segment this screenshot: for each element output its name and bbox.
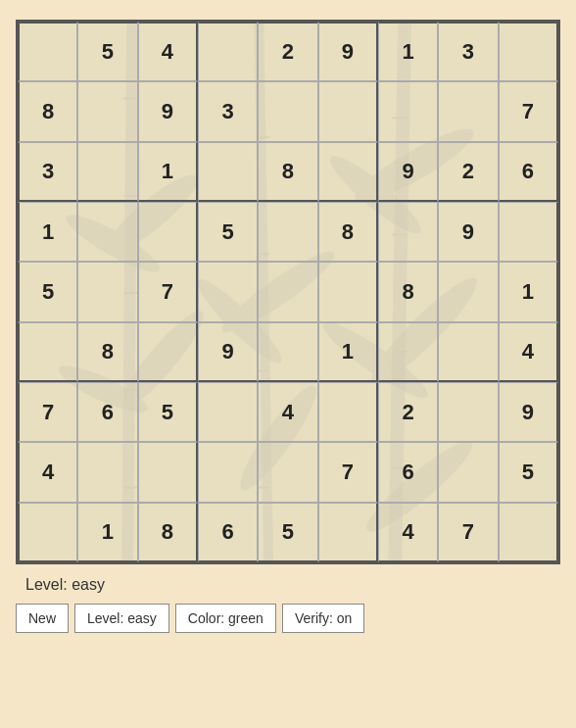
- cell[interactable]: [198, 142, 258, 202]
- cell[interactable]: [438, 81, 498, 141]
- cell[interactable]: [18, 22, 77, 81]
- cell[interactable]: [499, 202, 558, 262]
- cell[interactable]: [258, 262, 317, 321]
- cell[interactable]: 2: [438, 142, 498, 202]
- cell[interactable]: 8: [138, 503, 198, 562]
- cell[interactable]: [198, 382, 258, 442]
- cell[interactable]: 1: [318, 322, 378, 382]
- level-button[interactable]: Level: easy: [74, 604, 169, 633]
- cell[interactable]: 5: [198, 202, 258, 262]
- cell[interactable]: 9: [318, 22, 378, 81]
- cell[interactable]: 9: [378, 142, 438, 202]
- cell[interactable]: 5: [18, 262, 77, 321]
- cell[interactable]: 5: [138, 382, 198, 442]
- cell[interactable]: 9: [499, 382, 558, 442]
- cell[interactable]: 3: [198, 81, 258, 141]
- cell[interactable]: [378, 202, 438, 262]
- cell[interactable]: [438, 442, 498, 502]
- cell[interactable]: 7: [318, 442, 378, 502]
- cell[interactable]: [258, 202, 317, 262]
- cell[interactable]: [18, 322, 77, 382]
- app-container: 5429138937318926158957818914765429476518…: [6, 10, 570, 653]
- cell[interactable]: 6: [499, 142, 558, 202]
- cell[interactable]: [138, 202, 198, 262]
- cell[interactable]: 2: [258, 22, 317, 81]
- cell[interactable]: 4: [499, 322, 558, 382]
- cell[interactable]: 1: [138, 142, 198, 202]
- cell[interactable]: [77, 142, 137, 202]
- cell[interactable]: [198, 262, 258, 321]
- cell[interactable]: [499, 503, 558, 562]
- cell[interactable]: 1: [378, 22, 438, 81]
- cell[interactable]: [198, 442, 258, 502]
- cell[interactable]: 6: [378, 442, 438, 502]
- cell[interactable]: 1: [18, 202, 77, 262]
- cell[interactable]: [438, 322, 498, 382]
- cell[interactable]: 6: [198, 503, 258, 562]
- cell[interactable]: [18, 503, 77, 562]
- cell[interactable]: 6: [77, 382, 137, 442]
- cell[interactable]: [77, 81, 137, 141]
- cell[interactable]: 8: [318, 202, 378, 262]
- cell[interactable]: 9: [138, 81, 198, 141]
- cell[interactable]: 8: [18, 81, 77, 141]
- cell[interactable]: 4: [18, 442, 77, 502]
- cell[interactable]: 8: [378, 262, 438, 321]
- cell[interactable]: 2: [378, 382, 438, 442]
- level-label: Level: easy: [25, 576, 560, 594]
- sudoku-grid: 5429138937318926158957818914765429476518…: [16, 20, 560, 564]
- cell[interactable]: 9: [198, 322, 258, 382]
- cell[interactable]: [258, 442, 317, 502]
- cell[interactable]: [198, 22, 258, 81]
- cell[interactable]: 5: [77, 22, 137, 81]
- cell[interactable]: [438, 382, 498, 442]
- cell[interactable]: [138, 442, 198, 502]
- cell[interactable]: [77, 262, 137, 321]
- cell[interactable]: 7: [438, 503, 498, 562]
- cell[interactable]: 5: [499, 442, 558, 502]
- cell[interactable]: [318, 81, 378, 141]
- cell[interactable]: 4: [138, 22, 198, 81]
- color-button[interactable]: Color: green: [175, 604, 276, 633]
- cell[interactable]: [318, 503, 378, 562]
- cell[interactable]: 7: [18, 382, 77, 442]
- cell[interactable]: [138, 322, 198, 382]
- cell[interactable]: [378, 81, 438, 141]
- sudoku-board: 5429138937318926158957818914765429476518…: [16, 20, 560, 564]
- cell[interactable]: 8: [258, 142, 317, 202]
- cell[interactable]: [378, 322, 438, 382]
- cell[interactable]: [318, 382, 378, 442]
- cell[interactable]: 8: [77, 322, 137, 382]
- cell[interactable]: 9: [438, 202, 498, 262]
- cell[interactable]: 1: [77, 503, 137, 562]
- cell[interactable]: 7: [138, 262, 198, 321]
- cell[interactable]: 1: [499, 262, 558, 321]
- cell[interactable]: [258, 322, 317, 382]
- cell[interactable]: [258, 81, 317, 141]
- cell[interactable]: [438, 262, 498, 321]
- cell[interactable]: [77, 442, 137, 502]
- cell[interactable]: 4: [258, 382, 317, 442]
- cell[interactable]: [318, 142, 378, 202]
- cell[interactable]: 3: [18, 142, 77, 202]
- cell[interactable]: 7: [499, 81, 558, 141]
- cell[interactable]: 5: [258, 503, 317, 562]
- bottom-bar: New Level: easy Color: green Verify: on: [16, 604, 560, 633]
- cell[interactable]: 4: [378, 503, 438, 562]
- verify-button[interactable]: Verify: on: [282, 604, 364, 633]
- cell[interactable]: 3: [438, 22, 498, 81]
- cell[interactable]: [318, 262, 378, 321]
- cell[interactable]: [499, 22, 558, 81]
- new-button[interactable]: New: [16, 604, 69, 633]
- cell[interactable]: [77, 202, 137, 262]
